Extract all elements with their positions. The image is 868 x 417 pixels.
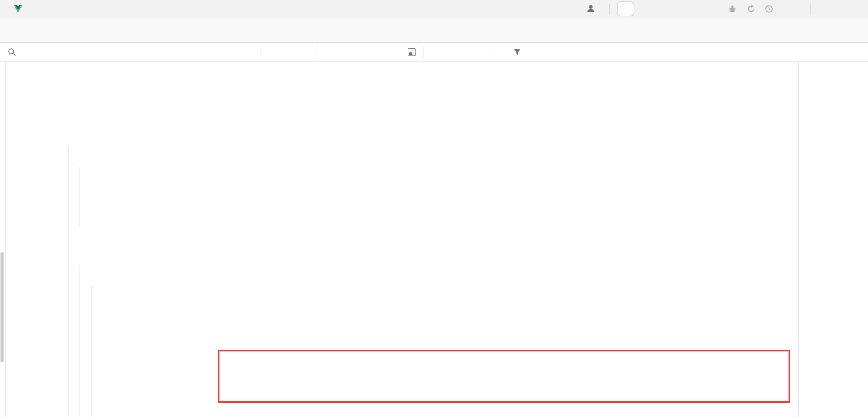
indent-guide bbox=[79, 266, 80, 417]
select-all-occurrences-button[interactable] bbox=[471, 43, 472, 62]
right-margin-guide bbox=[798, 62, 799, 417]
profiler-clock-icon[interactable] bbox=[765, 5, 773, 15]
editor-tabs bbox=[0, 18, 868, 42]
find-bar bbox=[0, 43, 868, 62]
title-bar bbox=[0, 0, 868, 18]
editor-tab-bar bbox=[0, 18, 868, 43]
indent-guide bbox=[79, 167, 80, 226]
remove-occurrence-button[interactable] bbox=[452, 43, 453, 62]
collaborators-icon[interactable] bbox=[586, 5, 595, 15]
indent-guide bbox=[68, 147, 69, 417]
match-count bbox=[330, 43, 352, 62]
toolbar-separator bbox=[810, 4, 811, 15]
gutter-edge-divider bbox=[5, 62, 6, 417]
find-bar-separator bbox=[489, 47, 489, 57]
run-configuration-select[interactable] bbox=[617, 2, 634, 16]
find-bar-separator bbox=[424, 47, 424, 57]
left-scrollbar-thumb[interactable] bbox=[1, 252, 4, 362]
code-lines bbox=[0, 62, 868, 69]
find-bar-separator bbox=[261, 47, 261, 57]
annotation-red-box bbox=[218, 350, 790, 403]
code-editor[interactable] bbox=[0, 62, 868, 417]
filter-funnel-icon[interactable] bbox=[513, 43, 521, 62]
toolbar-separator bbox=[609, 4, 610, 15]
add-occurrence-button[interactable] bbox=[431, 43, 432, 62]
search-icon[interactable] bbox=[8, 43, 16, 62]
debug-bug-icon[interactable] bbox=[728, 5, 737, 15]
vue-logo-icon bbox=[14, 5, 22, 15]
coverage-icon[interactable] bbox=[747, 5, 755, 15]
search-in-selection-toggle[interactable] bbox=[408, 43, 416, 62]
find-field-divider bbox=[317, 43, 317, 62]
indent-guide bbox=[91, 285, 92, 417]
